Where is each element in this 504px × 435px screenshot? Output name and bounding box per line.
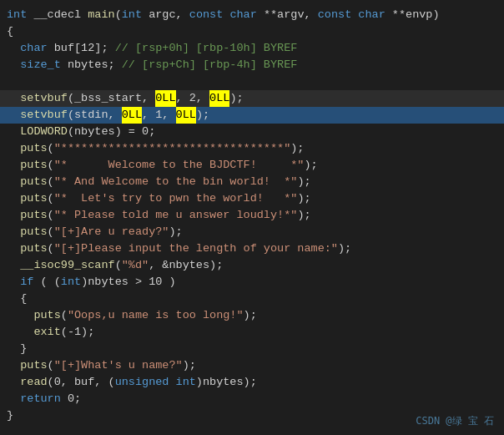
code-token: ( (48, 224, 54, 240)
code-token: size_t (20, 57, 61, 73)
code-line: puts("[+]Are u ready?"); (0, 224, 504, 240)
code-line: setvbuf(_bss_start, 0LL, 2, 0LL); (0, 90, 504, 107)
code-line: puts("Oops,u name is too long!"); (0, 307, 504, 324)
code-token: ( (48, 157, 54, 174)
code-token: ( (48, 357, 54, 374)
code-line: puts("* And Welcome to the bin world! *"… (0, 174, 504, 190)
code-token: ( (48, 190, 54, 207)
code-token: } (7, 341, 27, 357)
code-line: puts("[+]What's u name?"); (0, 357, 504, 374)
code-token: , 1, (142, 107, 176, 124)
code-token: main (88, 7, 114, 23)
code-token: "%d" (122, 257, 149, 274)
code-token: LODWORD (20, 124, 68, 140)
code-token: ); (244, 307, 257, 324)
code-token: puts (20, 207, 47, 224)
code-token: )nbytes); (196, 374, 257, 391)
code-token: (nbytes) = 0; (68, 124, 155, 140)
code-line: puts("[+]Please input the length of your… (0, 240, 504, 257)
code-line: setvbuf(stdin, 0LL, 1, 0LL); (0, 107, 504, 124)
code-line: size_t nbytes; // [rsp+Ch] [rbp-4h] BYRE… (0, 57, 504, 73)
code-token: "*********************************" (54, 140, 291, 157)
code-token: ); (183, 357, 196, 374)
code-line: puts("* Welcome to the BJDCTF! *"); (0, 157, 504, 174)
code-token: char (20, 40, 47, 57)
code-lines: int __cdecl main(int argc, const char **… (0, 7, 504, 424)
code-token (7, 40, 20, 57)
code-token: unsigned int (115, 374, 196, 391)
code-line: if ( (int)nbytes > 10 ) (0, 274, 504, 291)
code-line: } (0, 341, 504, 357)
code-token: (0, buf, ( (48, 374, 115, 391)
code-token: 0LL (176, 107, 196, 124)
code-token: ); (196, 107, 209, 124)
code-token: const (318, 7, 352, 23)
code-token (7, 224, 20, 240)
code-token: int (61, 274, 81, 291)
code-token (7, 140, 20, 157)
code-token: ( (48, 207, 54, 224)
code-token: char (229, 7, 256, 23)
code-editor: int __cdecl main(int argc, const char **… (0, 0, 504, 435)
code-line: puts("* Let's try to pwn the world! *"); (0, 190, 504, 207)
code-token: __isoc99_scanf (20, 257, 114, 274)
code-token (7, 57, 20, 73)
code-token: "[+]What's u name?" (54, 357, 183, 374)
code-token: "* Let's try to pwn the world! *" (54, 190, 298, 207)
code-token: (_bss_start, (68, 90, 155, 107)
code-token: ); (297, 174, 310, 190)
code-line: char buf[12]; // [rsp+0h] [rbp-10h] BYRE… (0, 40, 504, 57)
code-token: puts (20, 224, 47, 240)
code-token: ); (290, 140, 304, 157)
code-token (7, 207, 20, 224)
code-line: { (0, 291, 504, 307)
code-line: read(0, buf, (unsigned int)nbytes); (0, 374, 504, 391)
code-token: int (122, 7, 142, 23)
code-token (7, 391, 20, 407)
code-token: puts (20, 140, 47, 157)
code-token (7, 324, 33, 341)
code-token: ); (169, 224, 182, 240)
code-token: ( (48, 140, 54, 157)
code-token: (-1); (61, 324, 95, 341)
code-token: "[+]Please input the length of your name… (54, 240, 338, 257)
code-token: ); (338, 240, 351, 257)
code-token: puts (20, 174, 47, 190)
code-token: ( (115, 257, 122, 274)
code-token: setvbuf (20, 90, 68, 107)
code-token: exit (33, 324, 60, 341)
code-token (7, 374, 20, 391)
code-token: read (20, 374, 47, 391)
code-token: if (20, 274, 33, 291)
code-token: puts (20, 190, 47, 207)
code-token: **envp) (386, 7, 440, 23)
code-token: ( (48, 174, 54, 190)
code-token: char (358, 7, 385, 23)
code-token: setvbuf (20, 107, 68, 124)
code-line: return 0; (0, 391, 504, 407)
code-token: ); (297, 190, 310, 207)
code-token: ( (115, 7, 122, 23)
code-token (7, 307, 33, 324)
code-token (223, 7, 229, 23)
code-token: "* Welcome to the BJDCTF! *" (54, 157, 305, 174)
code-token: ); (304, 157, 317, 174)
code-token: // [rsp+Ch] [rbp-4h] BYREF (122, 57, 298, 73)
code-token: 0LL (122, 107, 142, 124)
code-token (351, 7, 358, 23)
code-token: } (7, 407, 13, 424)
code-token (7, 90, 20, 107)
code-token: "* Please told me u answer loudly!*" (54, 207, 298, 224)
code-token: int (7, 7, 27, 23)
code-token: __cdecl (27, 7, 88, 23)
code-token (7, 124, 20, 140)
code-token: puts (20, 157, 47, 174)
code-token: { (7, 23, 13, 40)
code-token: ); (297, 207, 310, 224)
code-token: **argv, (257, 7, 318, 23)
code-line: int __cdecl main(int argc, const char **… (0, 7, 504, 23)
code-token: nbytes; (61, 57, 122, 73)
code-token (7, 274, 20, 291)
code-token: return (20, 391, 61, 407)
code-token: 0LL (155, 90, 175, 107)
